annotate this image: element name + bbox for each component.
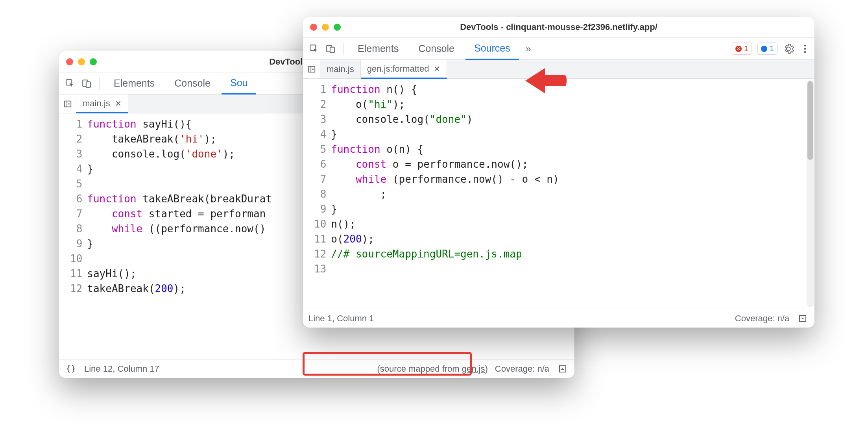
tab-elements[interactable]: Elements xyxy=(349,38,407,59)
tab-elements[interactable]: Elements xyxy=(105,72,163,94)
svg-rect-2 xyxy=(86,81,90,87)
file-tab-label: main.js xyxy=(83,98,110,109)
svg-rect-7 xyxy=(330,47,334,52)
message-dot-icon xyxy=(761,46,767,52)
close-icon[interactable]: ✕ xyxy=(115,99,122,108)
svg-rect-3 xyxy=(64,101,71,107)
svg-point-9 xyxy=(804,48,806,50)
tab-sources[interactable]: Sou xyxy=(222,73,256,94)
line-gutter: 123456789101112 xyxy=(59,113,87,359)
minimize-window-button[interactable] xyxy=(78,58,85,65)
titlebar: DevTools - clinquant-mousse-2f2396.netli… xyxy=(303,17,814,38)
close-icon[interactable]: ✕ xyxy=(434,64,440,74)
cursor-position: Line 1, Column 1 xyxy=(308,313,374,324)
message-count-badge[interactable]: 1 xyxy=(757,43,778,55)
device-toggle-icon[interactable] xyxy=(323,42,338,56)
file-tab-gen-js-formatted[interactable]: gen.js:formatted ✕ xyxy=(361,60,447,79)
minimize-window-button[interactable] xyxy=(322,24,329,31)
file-tab-label: gen.js:formatted xyxy=(367,64,429,74)
inspect-element-icon[interactable] xyxy=(307,42,321,56)
devtools-window-front: DevTools - clinquant-mousse-2f2396.netli… xyxy=(303,17,814,328)
window-title: DevTools - clinquant-mousse-2f2396.netli… xyxy=(303,22,814,32)
tab-console[interactable]: Console xyxy=(410,38,463,59)
window-controls xyxy=(310,24,341,31)
navigator-toggle-icon[interactable] xyxy=(59,94,76,113)
error-dot-icon: ✕ xyxy=(735,46,742,52)
annotation-arrow-icon xyxy=(523,65,567,98)
code-editor[interactable]: 12345678910111213 function n() { o("hi")… xyxy=(303,79,814,309)
error-count-badge[interactable]: ✕ 1 xyxy=(732,43,752,55)
coverage-label: Coverage: n/a xyxy=(735,313,789,324)
close-window-button[interactable] xyxy=(66,58,73,65)
close-window-button[interactable] xyxy=(310,24,317,31)
tab-console[interactable]: Console xyxy=(166,72,219,94)
toolbar-separator xyxy=(99,77,100,90)
kebab-menu-icon[interactable] xyxy=(800,43,811,54)
settings-gear-icon[interactable] xyxy=(783,43,794,54)
collapse-panel-icon[interactable] xyxy=(796,312,809,325)
annotation-highlight-box xyxy=(303,352,472,376)
main-toolbar: Elements Console Sources » ✕ 1 1 xyxy=(303,38,814,60)
toolbar-separator xyxy=(343,43,344,55)
tab-sources[interactable]: Sources xyxy=(465,38,519,60)
device-toggle-icon[interactable] xyxy=(79,76,94,91)
file-tab-main-js[interactable]: main.js xyxy=(320,60,361,78)
file-tab-main-js[interactable]: main.js ✕ xyxy=(76,94,128,113)
coverage-label: Coverage: n/a xyxy=(495,364,549,374)
collapse-panel-icon[interactable] xyxy=(556,363,569,375)
line-gutter: 12345678910111213 xyxy=(303,79,331,309)
status-bar: Line 1, Column 1 Coverage: n/a xyxy=(303,309,814,328)
more-tabs-icon[interactable]: » xyxy=(521,42,536,56)
cursor-position: Line 12, Column 17 xyxy=(84,364,159,374)
maximize-window-button[interactable] xyxy=(90,58,97,65)
code-area[interactable]: function n() { o("hi"); console.log("don… xyxy=(331,79,814,309)
vertical-scrollbar[interactable] xyxy=(807,80,814,307)
svg-point-8 xyxy=(804,44,806,46)
format-braces-icon[interactable] xyxy=(65,363,77,375)
inspect-element-icon[interactable] xyxy=(63,76,77,91)
svg-point-10 xyxy=(804,51,806,53)
svg-rect-11 xyxy=(308,66,315,72)
file-tab-label: main.js xyxy=(327,64,354,74)
scrollbar-thumb[interactable] xyxy=(807,81,813,160)
navigator-toggle-icon[interactable] xyxy=(303,60,320,78)
maximize-window-button[interactable] xyxy=(334,24,341,31)
window-controls xyxy=(66,58,97,65)
